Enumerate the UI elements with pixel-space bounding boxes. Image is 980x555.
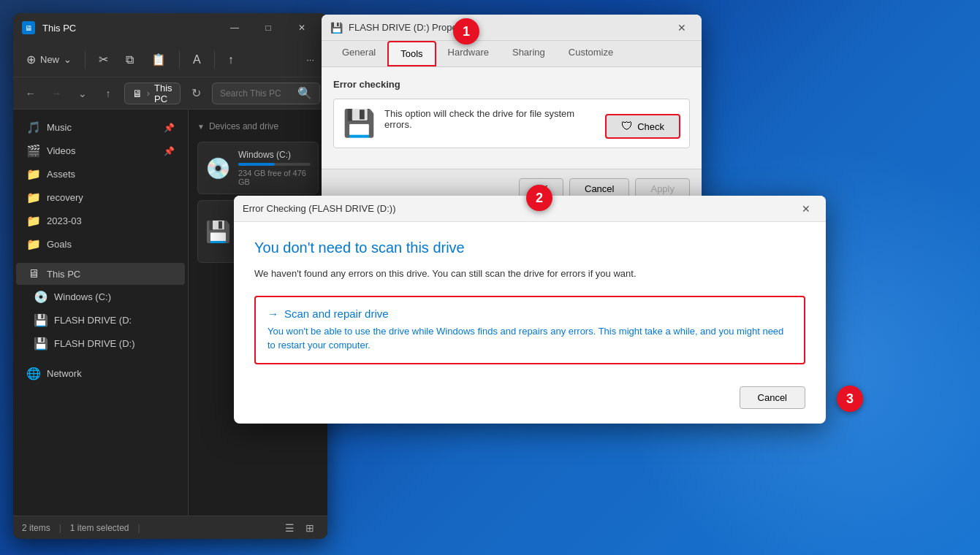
error-modal-cancel-button[interactable]: Cancel — [740, 386, 805, 409]
more-options-button[interactable]: ··· — [299, 50, 322, 69]
tab-hardware[interactable]: Hardware — [436, 41, 501, 66]
path-text: This PC — [154, 83, 172, 104]
properties-tabs: General Tools Hardware Sharing Customize — [322, 41, 702, 67]
error-modal-content: You don't need to scan this drive We hav… — [234, 222, 826, 424]
sidebar-item-windows-c[interactable]: 💿 Windows (C:) — [16, 286, 185, 308]
sidebar-item-flash-d2-label: FLASH DRIVE (D:) — [54, 338, 135, 349]
toolbar-separator-3 — [214, 51, 215, 69]
sidebar-item-recovery[interactable]: 📁 recovery — [16, 186, 185, 209]
scan-repair-label: Scan and repair drive — [284, 307, 389, 320]
sidebar-item-assets-label: Assets — [47, 169, 75, 180]
search-input[interactable] — [220, 88, 293, 99]
tab-general[interactable]: General — [330, 41, 387, 66]
copy-icon: ⧉ — [126, 53, 134, 66]
flash-drive-1-icon: 💾 — [34, 313, 48, 327]
copy-button[interactable]: ⧉ — [118, 49, 141, 71]
sidebar-item-network[interactable]: 🌐 Network — [16, 362, 185, 385]
shield-icon: 🛡 — [621, 120, 633, 133]
maximize-button[interactable]: □ — [251, 16, 285, 39]
properties-title-icon: 💾 — [330, 22, 343, 34]
error-modal-close-button[interactable]: ✕ — [795, 200, 817, 218]
toolbar: ⊕ New ⌄ ✂ ⧉ 📋 A ↑ ··· — [13, 42, 327, 77]
more-icon: ··· — [306, 54, 314, 65]
sidebar-item-flash-drive-d2[interactable]: 💾 FLASH DRIVE (D:) — [16, 332, 185, 355]
goals-folder-icon: 📁 — [26, 237, 41, 251]
error-checking-description: This option will check the drive for fil… — [384, 108, 596, 130]
tab-tools[interactable]: Tools — [387, 41, 436, 66]
sidebar-item-assets[interactable]: 📁 Assets — [16, 163, 185, 185]
properties-dialog: 💾 FLASH DRIVE (D:) Properties ✕ General … — [322, 15, 702, 208]
tab-customize[interactable]: Customize — [557, 41, 625, 66]
close-button[interactable]: ✕ — [285, 16, 319, 39]
error-checking-box: 💾 This option will check the drive for f… — [333, 99, 690, 148]
list-view-button[interactable]: ☰ — [281, 519, 298, 537]
sidebar-item-this-pc[interactable]: 🖥 This PC — [16, 263, 185, 285]
properties-content: Error checking 💾 This option will check … — [322, 67, 702, 169]
music-icon: 🎵 — [26, 120, 41, 134]
address-path[interactable]: 🖥 › This PC — [124, 83, 181, 104]
properties-title-bar: 💾 FLASH DRIVE (D:) Properties ✕ — [322, 15, 702, 41]
section-chevron: ▼ — [197, 123, 205, 131]
sidebar-item-2023-03[interactable]: 📁 2023-03 — [16, 210, 185, 232]
scan-repair-description: You won't be able to use the drive while… — [267, 324, 792, 353]
tab-customize-label: Customize — [569, 47, 613, 58]
sidebar-item-windows-c-label: Windows (C:) — [54, 291, 111, 302]
tab-tools-label: Tools — [400, 48, 422, 59]
sidebar-item-network-label: Network — [47, 368, 82, 379]
error-checking-modal: Error Checking (FLASH DRIVE (D:)) ✕ You … — [234, 196, 826, 424]
tab-sharing[interactable]: Sharing — [501, 41, 557, 66]
2023-folder-icon: 📁 — [26, 214, 41, 228]
devices-section-header[interactable]: ▼ Devices and drive — [197, 117, 319, 136]
file-explorer-title-bar: 🖥 This PC — □ ✕ — [13, 13, 327, 42]
windows-drive-fill — [238, 163, 275, 166]
pin-icon-videos: 📌 — [164, 146, 175, 156]
scan-repair-button[interactable]: → Scan and repair drive You won't be abl… — [254, 296, 805, 364]
sidebar-item-videos-label: Videos — [47, 145, 76, 156]
recent-locations-button[interactable]: ⌄ — [72, 83, 92, 104]
share-button[interactable]: ↑ — [221, 49, 241, 71]
refresh-button[interactable]: ↻ — [186, 83, 206, 104]
error-modal-description: We haven't found any errors on this driv… — [254, 267, 805, 281]
devices-section-label: Devices and drive — [209, 121, 278, 131]
new-icon: ⊕ — [26, 53, 36, 66]
windows-drive-bar — [238, 163, 311, 166]
new-button[interactable]: ⊕ New ⌄ — [19, 48, 79, 71]
up-button[interactable]: ↑ — [98, 83, 118, 104]
paste-icon: 📋 — [151, 53, 166, 66]
videos-icon: 🎬 — [26, 144, 41, 158]
badge-1-label: 1 — [463, 24, 470, 39]
back-button[interactable]: ← — [20, 83, 40, 104]
check-button[interactable]: 🛡 Check — [605, 114, 680, 139]
file-explorer-title: This PC — [42, 23, 210, 34]
sidebar-item-flash-drive-d1[interactable]: 💾 FLASH DRIVE (D: — [16, 309, 185, 332]
windows-drive-info: Windows (C:) 234 GB free of 476 GB — [238, 150, 311, 186]
sidebar-item-videos[interactable]: 🎬 Videos 📌 — [16, 139, 185, 162]
forward-button[interactable]: → — [46, 83, 66, 104]
grid-view-button[interactable]: ⊞ — [301, 519, 319, 537]
minimize-button[interactable]: — — [218, 16, 251, 39]
sidebar-item-2023-label: 2023-03 — [47, 215, 82, 226]
properties-title-text: FLASH DRIVE (D:) Properties — [349, 22, 665, 33]
status-separator-1: | — [59, 523, 61, 533]
path-separator: › — [147, 88, 150, 99]
sidebar-item-goals-label: Goals — [47, 239, 72, 250]
rename-button[interactable]: A — [186, 49, 208, 71]
toolbar-separator-2 — [179, 51, 180, 69]
cut-icon: ✂ — [99, 53, 108, 66]
selected-count: 1 item selected — [70, 523, 129, 533]
badge-2-label: 2 — [536, 191, 543, 206]
paste-button[interactable]: 📋 — [144, 48, 173, 71]
sidebar-item-music[interactable]: 🎵 Music 📌 — [16, 116, 185, 139]
windows-drive-icon: 💿 — [34, 290, 48, 304]
sidebar-item-this-pc-label: This PC — [47, 269, 80, 280]
step-badge-3: 3 — [837, 386, 863, 412]
view-icons: ☰ ⊞ — [281, 519, 319, 537]
windows-drive-item[interactable]: 💿 Windows (C:) 234 GB free of 476 GB — [197, 142, 319, 194]
tab-general-label: General — [342, 47, 376, 58]
network-icon: 🌐 — [26, 367, 41, 380]
properties-close-button[interactable]: ✕ — [671, 19, 693, 37]
sidebar-item-goals[interactable]: 📁 Goals — [16, 233, 185, 256]
badge-3-label: 3 — [846, 391, 854, 407]
cut-button[interactable]: ✂ — [91, 48, 115, 71]
recovery-folder-icon: 📁 — [26, 191, 41, 204]
